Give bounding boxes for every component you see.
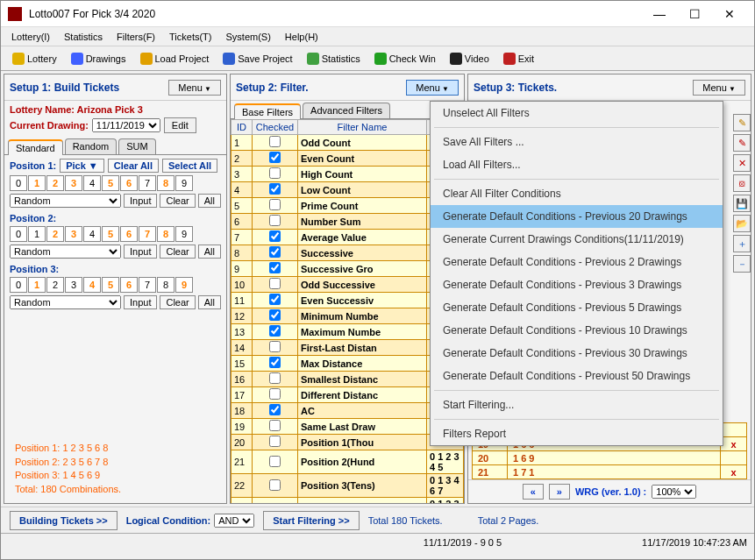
filter-checkbox[interactable] — [269, 420, 281, 431]
menu-lotteryi[interactable]: Lottery(I) — [6, 30, 55, 44]
close-button[interactable]: ✕ — [712, 7, 747, 21]
num-3[interactable]: 3 — [65, 175, 82, 191]
num-8[interactable]: 8 — [157, 277, 175, 293]
num-6[interactable]: 6 — [120, 226, 138, 242]
tab-advanced-filters[interactable]: Advanced Filters — [303, 103, 390, 118]
menu-ticketst[interactable]: Tickets(T) — [164, 30, 217, 44]
menu-item[interactable]: Generate Default Conditions - Previous 2… — [431, 251, 723, 273]
menu-statistics[interactable]: Statistics — [59, 30, 108, 44]
filter-row[interactable]: 23Position 4(Units0 1 2 3 5 6 — [231, 498, 464, 504]
menu-item[interactable]: Generate Default Conditions - Previous 3… — [431, 342, 723, 365]
zoom-select[interactable]: 100% — [652, 485, 696, 499]
pos1-clear-button[interactable]: Clear — [160, 194, 195, 208]
tab-sum[interactable]: SUM — [118, 138, 155, 154]
filter-checkbox[interactable] — [269, 262, 281, 273]
pick-button[interactable]: Pick ▼ — [60, 159, 104, 173]
nav-prev-button[interactable]: « — [523, 484, 544, 500]
filter-row[interactable]: 5Prime Count0-3 — [231, 198, 464, 214]
filter-row[interactable]: 17Different Distanc1-2 — [231, 387, 464, 403]
num-7[interactable]: 7 — [139, 226, 156, 242]
selectall-button[interactable]: Select All — [162, 159, 217, 173]
filter-row[interactable]: 19Same Last Draw0-3 — [231, 419, 464, 435]
pos3-all-button[interactable]: All — [198, 295, 221, 309]
pos2-mode-select[interactable]: Random — [10, 245, 121, 259]
filter-row[interactable]: 6Number Sum1-18 — [231, 214, 464, 230]
menu-item[interactable]: Unselect All Filters — [431, 102, 723, 124]
num-0[interactable]: 0 — [10, 277, 27, 293]
filter-checkbox[interactable] — [269, 341, 281, 352]
num-4[interactable]: 4 — [83, 226, 101, 242]
num-5[interactable]: 5 — [102, 277, 119, 293]
num-4[interactable]: 4 — [83, 277, 101, 293]
toolbar-check-win[interactable]: Check Win — [368, 50, 442, 67]
minimize-button[interactable]: — — [642, 7, 677, 21]
filter-checkbox[interactable] — [269, 372, 281, 384]
sidetool-8[interactable]: － — [733, 255, 751, 273]
sidetool-6[interactable]: 📂 — [733, 215, 751, 232]
filter-checkbox[interactable] — [269, 503, 281, 504]
filter-checkbox[interactable] — [269, 136, 281, 147]
num-8[interactable]: 8 — [157, 175, 175, 191]
tab-standard[interactable]: Standard — [8, 139, 63, 155]
toolbar-exit[interactable]: Exit — [497, 50, 540, 67]
menu-item[interactable]: Generate Current Drawings Conditions(11/… — [431, 228, 723, 251]
pos3-mode-select[interactable]: Random — [10, 295, 121, 309]
filter-checkbox[interactable] — [269, 183, 281, 195]
building-tickets-button[interactable]: Building Tickets >> — [10, 511, 118, 530]
toolbar-video[interactable]: Video — [444, 50, 495, 67]
menu-systems[interactable]: System(S) — [221, 30, 276, 44]
num-2[interactable]: 2 — [46, 175, 64, 191]
tab-random[interactable]: Random — [65, 138, 118, 154]
filter-checkbox[interactable] — [269, 357, 281, 368]
num-0[interactable]: 0 — [10, 175, 27, 191]
sidetool-5[interactable]: 💾 — [733, 195, 751, 212]
filter-row[interactable]: 2Even Count0-3 — [231, 151, 464, 167]
filter-checkbox[interactable] — [269, 325, 281, 337]
filter-checkbox[interactable] — [269, 167, 281, 179]
sidetool-1[interactable]: ✎ — [733, 114, 751, 131]
current-drawing-select[interactable]: 11/11/2019 — [92, 118, 160, 132]
sidetool-2[interactable]: ✎ — [733, 134, 751, 152]
filter-checkbox[interactable] — [269, 436, 281, 447]
nav-next-button[interactable]: » — [549, 484, 570, 500]
menu-item[interactable]: Generate Default Conditions - Previous 3… — [431, 273, 723, 296]
num-0[interactable]: 0 — [10, 226, 27, 242]
filter-row[interactable]: 12Minimum Numbe0-4 — [231, 308, 464, 324]
step2-menu-dropdown[interactable]: Unselect All FiltersSave All Filters ...… — [430, 101, 723, 446]
pos2-clear-button[interactable]: Clear — [160, 245, 195, 259]
num-2[interactable]: 2 — [46, 277, 64, 293]
num-2[interactable]: 2 — [46, 226, 64, 242]
filter-row[interactable]: 10Odd Successive0-3 — [231, 277, 464, 293]
filter-row[interactable]: 4Low Count1-3 — [231, 182, 464, 198]
tab-base-filters[interactable]: Base Filters — [234, 103, 301, 119]
step1-menu-button[interactable]: Menu — [168, 80, 221, 96]
num-9[interactable]: 9 — [175, 277, 193, 293]
filter-row[interactable]: 14First-Last Distan1-9 — [231, 340, 464, 356]
filter-row[interactable]: 18AC2-3 — [231, 403, 464, 419]
menu-item[interactable]: Filters Report — [431, 422, 723, 445]
num-8[interactable]: 8 — [157, 226, 175, 242]
num-1[interactable]: 1 — [28, 175, 46, 191]
menu-item[interactable]: Start Filtering... — [431, 393, 723, 416]
num-4[interactable]: 4 — [83, 175, 101, 191]
pos3-input-button[interactable]: Input — [124, 295, 157, 309]
pos2-all-button[interactable]: All — [198, 245, 221, 259]
sidetool-3[interactable]: ✕ — [733, 154, 751, 172]
filter-row[interactable]: 1Odd Count0-3 — [231, 135, 464, 151]
menu-item[interactable]: Generate Default Conditions - Previoust … — [431, 365, 723, 387]
menu-filtersf[interactable]: Filters(F) — [111, 30, 160, 44]
menu-helph[interactable]: Help(H) — [280, 30, 324, 44]
num-5[interactable]: 5 — [102, 175, 119, 191]
num-9[interactable]: 9 — [175, 226, 193, 242]
filter-checkbox[interactable] — [269, 152, 281, 163]
filter-row[interactable]: 20Position 1(Thou — [231, 435, 464, 450]
filter-row[interactable]: 9Successive Gro0-3 — [231, 261, 464, 277]
filter-checkbox[interactable] — [269, 230, 281, 242]
filter-row[interactable]: 13Maximum Numbe1-9 — [231, 324, 464, 340]
num-3[interactable]: 3 — [65, 277, 82, 293]
num-6[interactable]: 6 — [120, 277, 138, 293]
filter-checkbox[interactable] — [269, 278, 281, 289]
filter-checkbox[interactable] — [269, 199, 281, 210]
start-filtering-button[interactable]: Start Filtering >> — [263, 511, 359, 530]
filter-row[interactable]: 21Position 2(Hund0 1 2 3 4 5 — [231, 450, 464, 474]
